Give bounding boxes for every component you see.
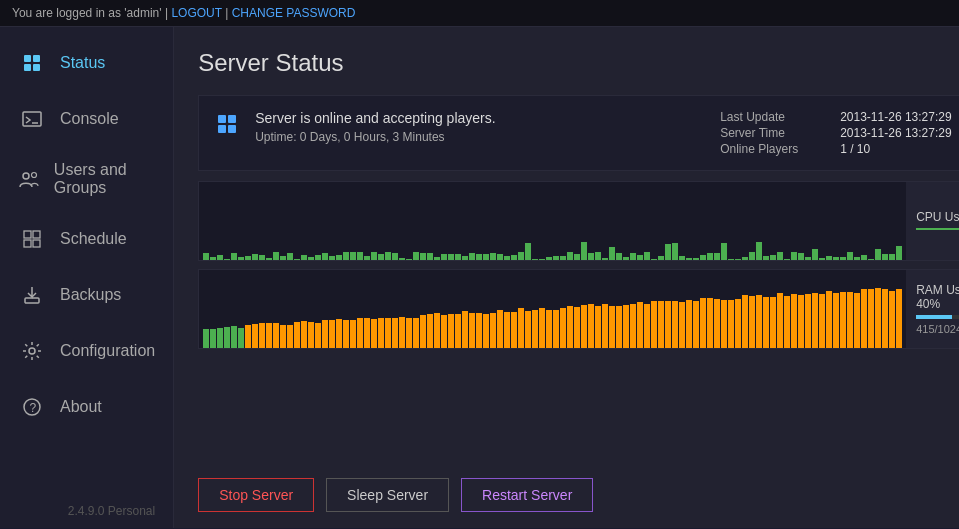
ram-bar — [322, 320, 328, 348]
cpu-bar — [504, 256, 510, 260]
server-time-label: Server Time — [720, 126, 840, 140]
ram-bar — [728, 300, 734, 348]
cpu-bar — [280, 256, 286, 260]
users-groups-icon — [18, 165, 40, 193]
svg-rect-20 — [228, 125, 236, 133]
online-players-label: Online Players — [720, 142, 840, 156]
cpu-bar — [714, 253, 720, 260]
sidebar-item-backups-label: Backups — [60, 286, 121, 304]
logout-link[interactable]: LOGOUT — [171, 6, 221, 20]
ram-bar — [721, 300, 727, 348]
cpu-bar — [413, 252, 419, 260]
cpu-bar — [630, 253, 636, 260]
cpu-bar — [224, 259, 230, 260]
ram-bar — [497, 310, 503, 348]
ram-bar — [231, 326, 237, 348]
cpu-bar — [847, 252, 853, 260]
cpu-bar — [462, 256, 468, 260]
ram-bar — [567, 306, 573, 348]
cpu-bar — [672, 243, 678, 260]
svg-rect-1 — [33, 55, 40, 62]
cpu-bar — [700, 255, 706, 260]
ram-bar-fill — [916, 315, 952, 319]
svg-rect-4 — [23, 112, 41, 126]
ram-bar — [469, 313, 475, 348]
page-title: Server Status — [198, 49, 343, 77]
cpu-bar — [343, 252, 349, 260]
ram-chart-label: RAM Usage: 40% 415/1024MB — [906, 270, 959, 348]
cpu-bar — [364, 256, 370, 260]
svg-rect-9 — [33, 231, 40, 238]
cpu-bar — [854, 257, 860, 260]
ram-bar — [882, 289, 888, 348]
ram-bar — [581, 305, 587, 348]
cpu-bar — [875, 249, 881, 260]
svg-rect-10 — [24, 240, 31, 247]
ram-bar — [805, 294, 811, 348]
svg-rect-3 — [33, 64, 40, 71]
ram-bar — [259, 323, 265, 348]
sleep-server-button[interactable]: Sleep Server — [326, 478, 449, 512]
sidebar-item-backups[interactable]: Backups — [0, 267, 173, 323]
cpu-bar — [637, 255, 643, 260]
ram-bar — [574, 307, 580, 348]
cpu-bar — [665, 244, 671, 260]
cpu-bar — [777, 252, 783, 260]
cpu-bar — [238, 257, 244, 260]
svg-rect-11 — [33, 240, 40, 247]
ram-bar — [735, 299, 741, 348]
cpu-bar — [644, 252, 650, 260]
online-players-value: 1 / 10 — [840, 142, 959, 156]
main-content: Server Status Server is online and acce — [174, 27, 959, 528]
svg-rect-18 — [228, 115, 236, 123]
ram-bars — [199, 270, 906, 348]
sidebar-item-configuration[interactable]: Configuration — [0, 323, 173, 379]
svg-rect-19 — [218, 125, 226, 133]
ram-bar — [210, 329, 216, 348]
cpu-bar — [203, 253, 209, 260]
change-password-link[interactable]: CHANGE PASSWORD — [232, 6, 356, 20]
cpu-bar — [861, 255, 867, 260]
ram-bar — [546, 310, 552, 348]
cpu-bar — [826, 256, 832, 260]
cpu-bar — [266, 258, 272, 260]
ram-bar — [868, 289, 874, 348]
ram-bar — [203, 329, 209, 348]
sidebar-item-about[interactable]: ? About — [0, 379, 173, 435]
ram-bar — [238, 328, 244, 348]
ram-bar — [553, 310, 559, 348]
cpu-bar — [420, 253, 426, 260]
restart-server-button[interactable]: Restart Server — [461, 478, 593, 512]
cpu-bar — [210, 257, 216, 260]
stop-server-button[interactable]: Stop Server — [198, 478, 314, 512]
cpu-bar — [350, 252, 356, 260]
ram-bar — [399, 317, 405, 348]
svg-rect-8 — [24, 231, 31, 238]
ram-bar — [364, 318, 370, 348]
ram-bar — [840, 292, 846, 348]
cpu-bar — [833, 257, 839, 260]
cpu-bar — [693, 258, 699, 260]
ram-bar — [560, 308, 566, 348]
sidebar-item-users-groups-label: Users and Groups — [54, 161, 155, 197]
ram-bar — [490, 313, 496, 348]
ram-bar — [434, 313, 440, 348]
ram-bar — [350, 320, 356, 348]
cpu-bar — [889, 254, 895, 260]
cpu-bar — [273, 252, 279, 260]
sidebar-item-users-groups[interactable]: Users and Groups — [0, 147, 173, 211]
cpu-bar — [441, 254, 447, 260]
sidebar-item-status[interactable]: Status — [0, 35, 173, 91]
ram-bar — [385, 318, 391, 348]
svg-rect-12 — [25, 298, 39, 303]
cpu-bar — [581, 242, 587, 260]
sidebar-item-schedule[interactable]: Schedule — [0, 211, 173, 267]
cpu-bar — [609, 247, 615, 260]
cpu-bar — [756, 242, 762, 260]
cpu-bar — [553, 256, 559, 260]
ram-bar — [784, 296, 790, 348]
cpu-bar — [728, 259, 734, 260]
sidebar-item-console[interactable]: Console — [0, 91, 173, 147]
status-uptime: Uptime: 0 Days, 0 Hours, 3 Minutes — [255, 130, 704, 144]
ram-bar — [371, 319, 377, 348]
